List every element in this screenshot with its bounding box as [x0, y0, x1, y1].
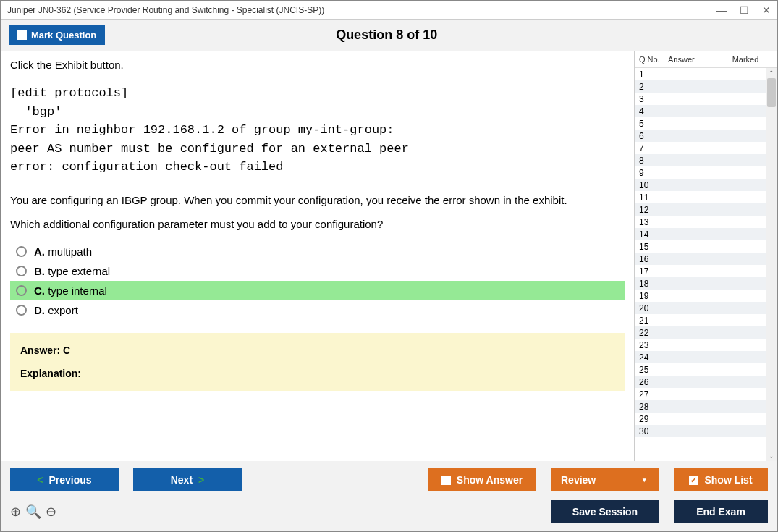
close-icon[interactable]: ✕	[762, 4, 771, 16]
zoom-controls: ⊕ 🔍 ⊖	[10, 504, 56, 520]
radio-icon	[16, 266, 27, 276]
scrollbar[interactable]: ⌃ ⌄	[766, 68, 777, 461]
qlist-row[interactable]: 9	[635, 166, 766, 179]
radio-icon	[16, 285, 27, 296]
qlist-row[interactable]: 2	[635, 80, 766, 93]
qlist-row[interactable]: 25	[635, 363, 766, 376]
zoom-out-icon[interactable]: ⊖	[46, 504, 56, 520]
qlist-row[interactable]: 12	[635, 203, 766, 216]
qlist-row[interactable]: 3	[635, 93, 766, 105]
options-list: A. multipathB. type externalC. type inte…	[10, 242, 625, 320]
qlist-row[interactable]: 1	[635, 68, 766, 80]
qlist-row[interactable]: 6	[635, 130, 766, 142]
next-label: Next	[171, 474, 193, 486]
qlist-number: 2	[639, 82, 668, 92]
option-a[interactable]: A. multipath	[10, 242, 625, 261]
option-d[interactable]: D. export	[10, 300, 625, 320]
app-window: Juniper JN0-362 (Service Provider Routin…	[0, 0, 778, 532]
scroll-thumb[interactable]	[767, 78, 776, 107]
checkbox-checked-icon	[689, 476, 698, 485]
chevron-right-icon: >	[198, 474, 204, 486]
qlist-row[interactable]: 4	[635, 105, 766, 117]
question-paragraph-1: You are configuring an IBGP group. When …	[10, 194, 625, 206]
qlist-row[interactable]: 26	[635, 376, 766, 388]
option-text: export	[48, 304, 78, 316]
review-button[interactable]: Review ▾	[551, 468, 659, 491]
qlist-row[interactable]: 21	[635, 314, 766, 326]
qlist-row[interactable]: 11	[635, 191, 766, 203]
minimize-icon[interactable]: —	[716, 4, 727, 16]
qlist-row[interactable]: 18	[635, 277, 766, 290]
qlist-row[interactable]: 28	[635, 400, 766, 413]
previous-button[interactable]: < Previous	[10, 468, 119, 491]
qlist-row[interactable]: 19	[635, 290, 766, 302]
qlist-number: 4	[639, 106, 668, 117]
qlist-row[interactable]: 15	[635, 240, 766, 253]
qlist-number: 21	[639, 316, 668, 326]
end-exam-button[interactable]: End Exam	[674, 500, 768, 523]
qlist-number: 10	[639, 180, 668, 190]
answer-box: Answer: C Explanation:	[10, 333, 625, 391]
show-list-button[interactable]: Show List	[674, 468, 768, 491]
qlist-row[interactable]: 30	[635, 425, 766, 437]
next-button[interactable]: Next >	[133, 468, 242, 491]
question-counter: Question 8 of 10	[105, 28, 668, 43]
qlist-row[interactable]: 20	[635, 302, 766, 314]
window-controls: — ☐ ✕	[716, 4, 771, 16]
mark-question-label: Mark Question	[31, 30, 96, 41]
qlist-number: 25	[639, 365, 668, 375]
answer-line: Answer: C	[20, 345, 615, 356]
checkbox-icon	[441, 476, 451, 485]
qlist-number: 5	[639, 119, 668, 129]
radio-icon	[16, 305, 27, 316]
mark-question-button[interactable]: Mark Question	[9, 25, 105, 45]
scroll-up-icon[interactable]: ⌃	[766, 68, 777, 78]
col-qno-header: Q No.	[639, 55, 668, 64]
zoom-in-icon[interactable]: ⊕	[10, 504, 21, 520]
previous-label: Previous	[49, 474, 92, 486]
col-marked-header: Marked	[719, 55, 772, 64]
qlist-row[interactable]: 13	[635, 216, 766, 228]
option-text: type internal	[48, 284, 107, 297]
option-b[interactable]: B. type external	[10, 261, 625, 281]
zoom-reset-icon[interactable]: 🔍	[25, 504, 41, 520]
qlist-number: 8	[639, 156, 668, 166]
qlist-number: 29	[639, 414, 668, 424]
qlist-row[interactable]: 24	[635, 351, 766, 363]
save-session-button[interactable]: Save Session	[551, 500, 659, 523]
qlist-row[interactable]: 23	[635, 339, 766, 351]
qlist-row[interactable]: 7	[635, 142, 766, 154]
checkbox-icon	[17, 30, 27, 40]
qlist-number: 3	[639, 94, 668, 104]
maximize-icon[interactable]: ☐	[740, 4, 749, 16]
show-list-label: Show List	[704, 474, 752, 486]
qlist-number: 26	[639, 377, 668, 387]
qlist-header: Q No. Answer Marked	[635, 51, 777, 68]
qlist-row[interactable]: 5	[635, 117, 766, 130]
qlist-number: 13	[639, 217, 668, 227]
option-letter: C.	[34, 284, 45, 297]
qlist-row[interactable]: 10	[635, 179, 766, 191]
qlist-row[interactable]: 17	[635, 265, 766, 277]
footer: < Previous Next > Show Answer Review ▾ S…	[1, 461, 777, 531]
content-row: Click the Exhibit button. [edit protocol…	[1, 51, 777, 461]
qlist-number: 6	[639, 131, 668, 141]
option-c[interactable]: C. type internal	[10, 281, 625, 300]
qlist-row[interactable]: 16	[635, 253, 766, 265]
scroll-down-icon[interactable]: ⌄	[766, 451, 777, 461]
show-answer-button[interactable]: Show Answer	[428, 468, 536, 491]
qlist-number: 14	[639, 229, 668, 240]
chevron-left-icon: <	[37, 474, 43, 486]
exhibit-block: [edit protocols] 'bgp' Error in neighbor…	[10, 84, 625, 177]
option-text: type external	[48, 265, 110, 277]
qlist-row[interactable]: 8	[635, 154, 766, 166]
qlist-number: 17	[639, 266, 668, 276]
qlist-number: 30	[639, 426, 668, 436]
qlist-row[interactable]: 29	[635, 413, 766, 425]
qlist-number: 23	[639, 340, 668, 350]
qlist-row[interactable]: 27	[635, 388, 766, 400]
qlist-number: 1	[639, 69, 668, 80]
qlist-row[interactable]: 22	[635, 326, 766, 339]
qlist-row[interactable]: 14	[635, 228, 766, 240]
option-letter: B.	[34, 265, 45, 277]
